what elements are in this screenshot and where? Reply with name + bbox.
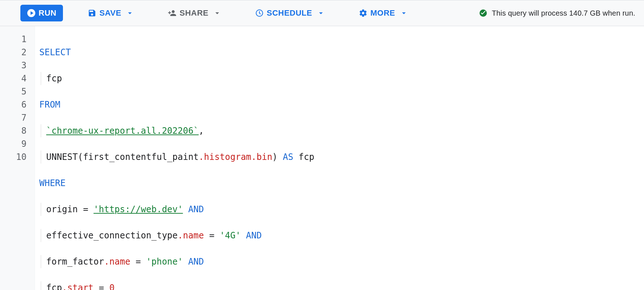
save-icon bbox=[88, 9, 96, 17]
code-area[interactable]: SELECT fcp FROM `chrome-ux-report.all.20… bbox=[35, 26, 644, 290]
share-button[interactable]: SHARE bbox=[161, 5, 228, 21]
play-icon bbox=[27, 9, 36, 17]
sql-editor[interactable]: 12345678910 SELECT fcp FROM `chrome-ux-r… bbox=[0, 26, 644, 290]
validation-text: This query will process 140.7 GB when ru… bbox=[492, 9, 635, 17]
caret-down-icon bbox=[126, 9, 134, 17]
query-validation: This query will process 140.7 GB when ru… bbox=[479, 9, 635, 17]
toolbar: RUN SAVE SHARE SCHEDULE bbox=[0, 0, 644, 26]
save-button[interactable]: SAVE bbox=[81, 5, 141, 21]
clock-icon bbox=[255, 9, 264, 17]
toolbar-left: RUN SAVE SHARE SCHEDULE bbox=[20, 5, 415, 21]
caret-down-icon bbox=[317, 9, 325, 17]
run-label: RUN bbox=[39, 8, 56, 18]
caret-down-icon bbox=[399, 9, 408, 17]
gear-icon bbox=[359, 9, 367, 17]
schedule-button[interactable]: SCHEDULE bbox=[249, 5, 332, 21]
add-person-icon bbox=[168, 9, 176, 17]
line-gutter: 12345678910 bbox=[0, 26, 35, 290]
share-label: SHARE bbox=[179, 8, 208, 18]
schedule-label: SCHEDULE bbox=[267, 8, 312, 18]
save-label: SAVE bbox=[99, 8, 121, 18]
check-circle-icon bbox=[479, 9, 488, 17]
caret-down-icon bbox=[213, 9, 222, 17]
more-label: MORE bbox=[370, 8, 395, 18]
run-button[interactable]: RUN bbox=[20, 5, 63, 21]
more-button[interactable]: MORE bbox=[352, 5, 415, 21]
